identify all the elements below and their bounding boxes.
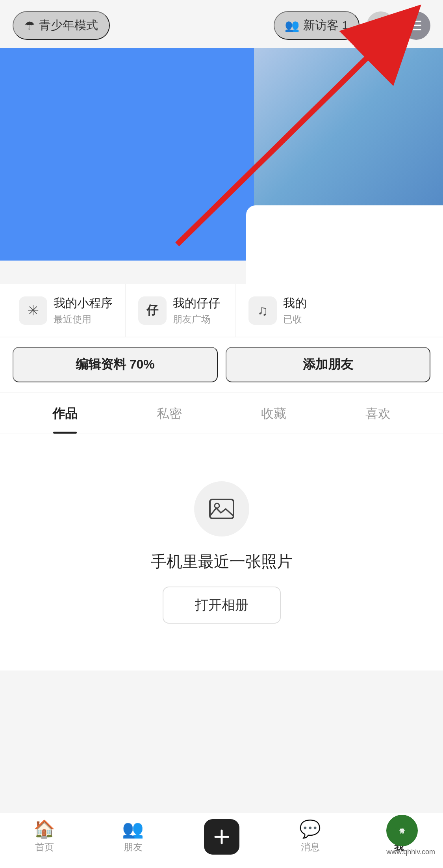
tab-works[interactable]: 作品 xyxy=(13,393,117,434)
watermark-logo: 青 xyxy=(386,815,418,846)
plus-button[interactable] xyxy=(204,819,239,855)
hero-banner xyxy=(0,48,443,284)
photo-icon-circle xyxy=(194,481,249,536)
action-buttons-row: 编辑资料 70% 添加朋友 xyxy=(0,337,443,392)
add-friend-button[interactable]: 添加朋友 xyxy=(226,347,431,382)
quick-access-row: ✳ 我的小程序 最近使用 仔 我的仔仔 朋友广场 ♫ 我的 已收 xyxy=(0,284,443,337)
tabs-row: 作品 私密 收藏 喜欢 xyxy=(0,393,443,434)
watermark: 青 www.qhhiv.com xyxy=(386,815,435,856)
zaizai-title: 我的仔仔 xyxy=(173,295,220,311)
mini-apps-icon: ✳ xyxy=(19,296,47,325)
hero-white-card xyxy=(246,205,443,284)
empty-content-area: 手机里最近一张照片 打开相册 xyxy=(0,434,443,671)
tab-likes[interactable]: 喜欢 xyxy=(326,393,430,434)
watermark-url: www.qhhiv.com xyxy=(386,848,435,856)
friends-icon: 👥 xyxy=(122,820,144,838)
search-icon: 🔍 xyxy=(373,18,389,34)
tab-private[interactable]: 私密 xyxy=(117,393,221,434)
top-bar-left: ☂ 青少年模式 xyxy=(13,11,110,40)
svg-text:青: 青 xyxy=(399,828,405,834)
music-icon: ♫ xyxy=(248,296,277,325)
visitor-label: 新访客 1 xyxy=(303,17,348,34)
messages-icon: 💬 xyxy=(299,820,321,838)
plus-icon xyxy=(213,828,230,846)
edit-profile-button[interactable]: 编辑资料 70% xyxy=(13,347,218,382)
nav-friends[interactable]: 👥 朋友 xyxy=(89,820,177,853)
search-button[interactable]: 🔍 xyxy=(367,11,395,40)
quick-item-mini-apps[interactable]: ✳ 我的小程序 最近使用 xyxy=(6,284,126,337)
photo-icon xyxy=(208,495,236,523)
nav-plus[interactable] xyxy=(177,819,266,855)
nav-home-label: 首页 xyxy=(35,841,54,853)
music-sub: 已收 xyxy=(283,313,307,326)
hero-blue-section xyxy=(0,48,260,261)
visitor-button[interactable]: 👥 新访客 1 xyxy=(274,11,360,40)
nav-messages-label: 消息 xyxy=(301,841,320,853)
menu-icon: ☰ xyxy=(410,18,422,34)
svg-point-3 xyxy=(215,503,219,508)
watermark-icon: 青 xyxy=(393,822,411,839)
tab-favorites[interactable]: 收藏 xyxy=(222,393,326,434)
nav-home[interactable]: 🏠 首页 xyxy=(0,820,89,853)
visitor-icon: 👥 xyxy=(285,19,299,32)
open-album-button[interactable]: 打开相册 xyxy=(163,587,281,624)
bottom-nav: 🏠 首页 👥 朋友 💬 消息 👤 我 xyxy=(0,813,443,868)
menu-button[interactable]: ☰ xyxy=(402,11,430,40)
zaizai-icon: 仔 xyxy=(138,296,167,325)
home-icon: 🏠 xyxy=(33,820,55,838)
mini-apps-title: 我的小程序 xyxy=(54,295,113,311)
top-bar-right: 👥 新访客 1 🔍 ☰ xyxy=(274,11,430,40)
quick-item-music[interactable]: ♫ 我的 已收 xyxy=(236,284,346,337)
mini-apps-sub: 最近使用 xyxy=(54,313,113,326)
youth-mode-label: 青少年模式 xyxy=(39,17,98,34)
zaizai-sub: 朋友广场 xyxy=(173,313,220,326)
svg-rect-2 xyxy=(210,499,234,518)
quick-item-zaizai[interactable]: 仔 我的仔仔 朋友广场 xyxy=(126,284,236,337)
nav-friends-label: 朋友 xyxy=(124,841,143,853)
top-bar: ☂ 青少年模式 👥 新访客 1 🔍 ☰ xyxy=(0,0,443,48)
youth-mode-button[interactable]: ☂ 青少年模式 xyxy=(13,11,110,40)
nav-messages[interactable]: 💬 消息 xyxy=(266,820,354,853)
empty-state-text: 手机里最近一张照片 xyxy=(151,551,293,572)
youth-mode-icon: ☂ xyxy=(24,19,35,32)
music-title: 我的 xyxy=(283,295,307,311)
